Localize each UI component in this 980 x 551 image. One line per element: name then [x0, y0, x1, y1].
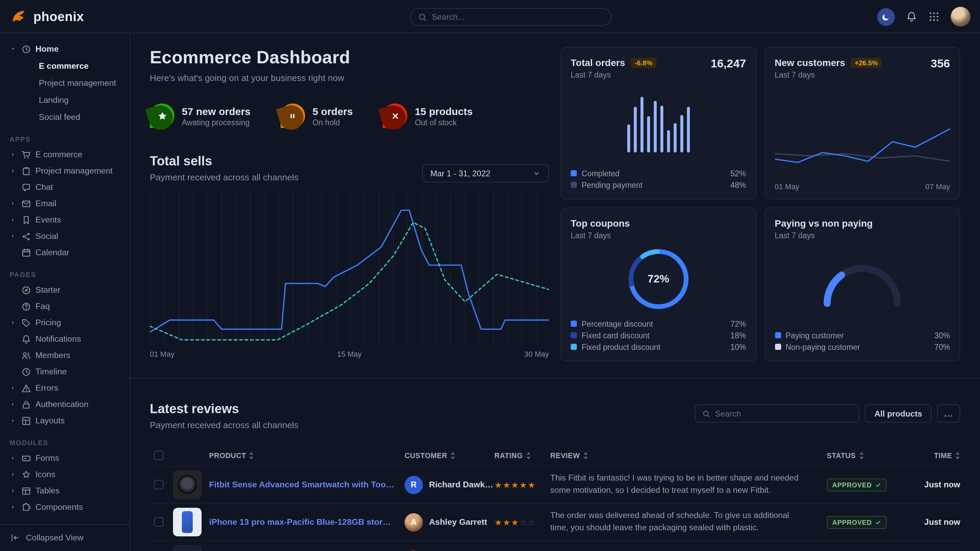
brand[interactable]: phoenix	[10, 0, 84, 33]
product-link[interactable]: iPhone 13 pro max-Pacific Blue-128GB sto…	[209, 517, 395, 527]
sort-icon	[250, 452, 255, 459]
reviews-search-input[interactable]	[715, 409, 852, 418]
sidebar-item[interactable]: Chat	[9, 179, 124, 195]
sort-icon	[956, 452, 960, 459]
total-sells-x-axis: 01 May 15 May 30 May	[150, 350, 549, 358]
customer-avatar: R	[404, 475, 423, 494]
total-sells-section: Total sells Payment received across all …	[150, 154, 549, 358]
legend-value: 52%	[730, 169, 746, 177]
legend-swatch	[571, 332, 577, 338]
product-thumbnail	[173, 470, 202, 499]
sidebar-item[interactable]: Starter	[9, 282, 124, 298]
customer-name: Ashley Garrett	[429, 517, 487, 527]
column-header-time[interactable]: TIME	[903, 451, 960, 459]
sidebar-item-label: Project management	[35, 166, 113, 176]
user-avatar[interactable]	[951, 7, 970, 27]
card-new-customers: New customers +26.5% Last 7 days 356 01 …	[764, 47, 960, 199]
sidebar-item[interactable]: Notifications	[9, 331, 124, 347]
chevron-down-icon	[533, 169, 541, 177]
legend-row: Non-paying customer 70%	[775, 341, 950, 353]
sidebar-item[interactable]: Authentication	[9, 396, 124, 413]
global-search[interactable]	[410, 8, 612, 26]
sidebar-item-label: Authentication	[35, 400, 89, 409]
review-time: Just now	[924, 517, 960, 527]
x-icon	[390, 111, 400, 121]
sidebar-item[interactable]: Pricing	[9, 314, 124, 331]
rating-stars: ★★★★★	[495, 478, 550, 491]
mail-icon	[21, 198, 31, 209]
column-header-product[interactable]: PRODUCT	[173, 451, 404, 459]
column-header-rating[interactable]: RATING	[495, 451, 550, 459]
select-all-checkbox[interactable]	[154, 451, 164, 460]
sidebar-item[interactable]: Events	[9, 212, 124, 228]
stat-item: 57 new orders Awating processing	[150, 103, 251, 128]
total-sells-subtitle: Payment received across all channels	[150, 172, 298, 183]
stat-icon-blob	[150, 103, 174, 128]
sidebar-subitem[interactable]: Project management	[9, 74, 124, 91]
sidebar-item[interactable]: Timeline	[9, 364, 124, 380]
bell-icon[interactable]	[906, 11, 917, 22]
sidebar-item-label: Calendar	[35, 248, 70, 257]
sidebar-subitem[interactable]: Social feed	[9, 108, 124, 125]
column-header-review[interactable]: REVIEW	[550, 451, 827, 459]
grid-apps-icon[interactable]	[928, 11, 940, 22]
sidebar-item-label: Chat	[35, 183, 53, 192]
card-period: Last 7 days	[775, 232, 873, 240]
caret-right-icon	[10, 216, 16, 223]
sidebar-item[interactable]: Tables	[9, 483, 124, 499]
theme-toggle-button[interactable]	[877, 8, 895, 25]
sidebar-item[interactable]: Email	[9, 195, 124, 212]
sidebar-item-home[interactable]: Home	[9, 41, 124, 57]
check-icon	[875, 519, 881, 526]
question-icon	[21, 301, 31, 311]
legend-value: 72%	[730, 319, 746, 328]
reviews-search[interactable]	[695, 404, 859, 423]
sidebar-item-label: Components	[35, 502, 83, 512]
sort-icon	[859, 452, 864, 459]
moon-icon	[881, 12, 891, 21]
sidebar-item[interactable]: Calendar	[9, 245, 124, 261]
x-label: 15 May	[337, 350, 362, 358]
check-icon	[875, 482, 881, 488]
sidebar-subitem[interactable]: E commerce	[9, 57, 124, 74]
sidebar-item[interactable]: Project management	[9, 163, 124, 179]
sidebar-item-label: Forms	[35, 453, 59, 463]
sidebar-item[interactable]: E commerce	[9, 146, 124, 163]
sidebar-item[interactable]: Components	[9, 499, 124, 515]
sidebar-item[interactable]: Errors	[9, 380, 124, 396]
page-title: Ecommerce Dashboard	[150, 47, 549, 68]
legend-label: Fixed product discount	[582, 343, 660, 351]
status-badge: APPROVED	[827, 516, 887, 529]
sort-icon	[583, 452, 588, 459]
sidebar-item[interactable]: Members	[9, 347, 124, 364]
coupons-legend: Percentage discount 72% Fixed card disco…	[571, 318, 746, 353]
product-link[interactable]: Fitbit Sense Advanced Smartwatch with To…	[209, 480, 395, 489]
row-checkbox[interactable]	[154, 480, 164, 489]
legend-value: 30%	[934, 331, 950, 339]
card-period: Last 7 days	[775, 71, 882, 79]
legend-value: 48%	[730, 181, 746, 189]
legend-swatch	[571, 170, 577, 176]
sidebar-item[interactable]: Icons	[9, 466, 124, 483]
reviews-table: PRODUCT CUSTOMER RATING REVIEW STATUS TI…	[150, 445, 960, 551]
card-title: Top coupons	[571, 218, 630, 229]
card-title: Paying vs non paying	[775, 218, 873, 229]
global-search-input[interactable]	[432, 12, 603, 22]
review-row	[150, 540, 960, 551]
collapsed-view-toggle[interactable]: Collapsed View	[0, 524, 129, 551]
reviews-table-header: PRODUCT CUSTOMER RATING REVIEW STATUS TI…	[150, 445, 960, 465]
row-checkbox[interactable]	[154, 517, 164, 527]
page-subtitle: Here's what's going on at your business …	[150, 73, 549, 83]
sidebar-item[interactable]: Faq	[9, 298, 124, 314]
column-header-status[interactable]: STATUS	[827, 451, 903, 459]
sidebar-subitem[interactable]: Landing	[9, 91, 124, 108]
column-header-customer[interactable]: CUSTOMER	[404, 451, 495, 459]
x-label: 01 May	[775, 183, 799, 191]
sidebar-item[interactable]: Social	[9, 228, 124, 245]
all-products-filter-button[interactable]: All products	[865, 404, 932, 423]
search-icon	[418, 13, 427, 21]
date-range-select[interactable]: Mar 1 - 31, 2022	[422, 164, 549, 183]
more-options-button[interactable]: ...	[937, 404, 960, 423]
sidebar-item[interactable]: Forms	[9, 450, 124, 466]
sidebar-item[interactable]: Layouts	[9, 413, 124, 429]
